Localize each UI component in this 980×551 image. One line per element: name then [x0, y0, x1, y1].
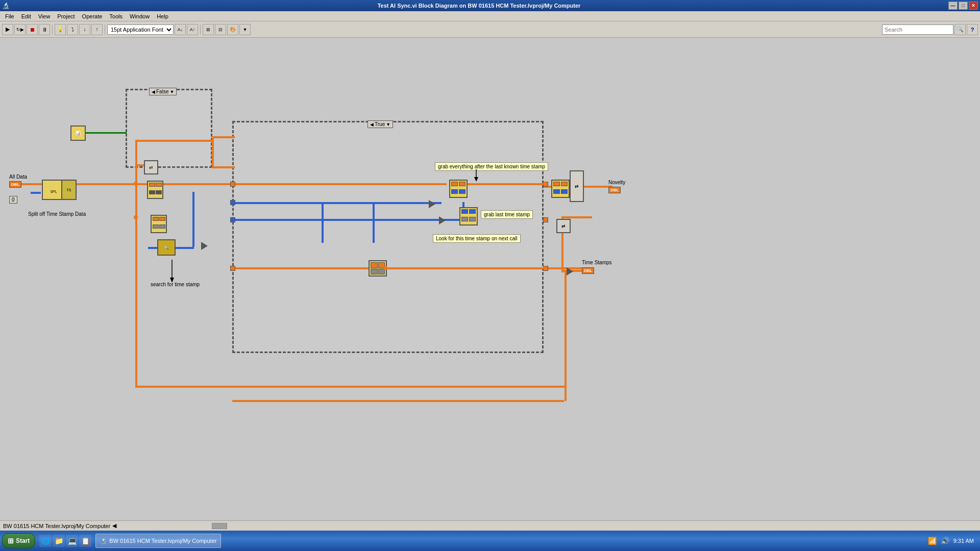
novelty-output-node[interactable]	[551, 180, 570, 198]
tunnel-right-case-2	[543, 217, 548, 222]
minimize-button[interactable]: —	[948, 2, 958, 10]
start-button[interactable]: ⊞ Start	[2, 533, 35, 548]
menu-view[interactable]: View	[35, 12, 54, 20]
wire-blue-inner-h	[235, 202, 322, 204]
play-arrow-3	[439, 216, 446, 224]
junction-1	[134, 182, 138, 186]
tunnel-left-case	[230, 182, 235, 187]
grab-everything-label: grab everything after the last known tim…	[435, 162, 548, 171]
wire-outer-top	[135, 140, 212, 142]
step-into-button[interactable]: ↓	[79, 24, 90, 35]
wire-outer-right-h2	[212, 166, 235, 168]
true-selector[interactable]: ◀ True ▼	[368, 120, 393, 128]
junction-3	[543, 182, 547, 186]
wire-topicon-h	[86, 132, 127, 134]
wire-outer-loop-bottom-v2	[565, 354, 567, 401]
junction-5	[543, 266, 547, 270]
timestamp-dbl-indicator: DBL	[582, 267, 594, 274]
wire-orange-v1	[135, 140, 137, 186]
font-selector[interactable]: 15pt Application Font	[107, 24, 174, 35]
wire-blue-inner-h3	[373, 202, 424, 204]
toolbar-sep-2	[105, 24, 105, 35]
true-selector-arrow-left[interactable]: ◀	[370, 122, 374, 127]
grab-last-node[interactable]	[459, 207, 478, 226]
quicklaunch-app[interactable]: 📋	[79, 535, 91, 547]
selector-value: False	[156, 89, 168, 94]
outer-case-structure	[126, 89, 212, 168]
false-selector[interactable]: ◀ False ▼	[149, 88, 177, 95]
zero-constant: 0	[9, 196, 17, 204]
menu-operate[interactable]: Operate	[79, 12, 106, 20]
quicklaunch-ie[interactable]: 🌐	[39, 535, 52, 547]
wire-orange-h4	[232, 183, 447, 185]
novelty-label: Novelty	[608, 180, 625, 185]
wire-ts-h2	[383, 267, 546, 269]
search-button[interactable]: 🔍	[954, 24, 966, 35]
start-label: Start	[16, 537, 30, 544]
wire-outer-right-v	[212, 136, 214, 167]
font-size-up[interactable]: A↑	[187, 24, 198, 35]
pause-button[interactable]: ⏸	[39, 24, 50, 35]
wire-ts-h-right2	[561, 216, 592, 218]
distribute-button[interactable]: ⊟	[215, 24, 226, 35]
color-button[interactable]: 🎨	[227, 24, 238, 35]
app-icon: 🔬	[2, 2, 10, 9]
status-scrollbar[interactable]	[212, 523, 227, 529]
tunnel-left-case-2	[230, 200, 235, 205]
cluster-node-1[interactable]	[147, 181, 163, 199]
close-button[interactable]: ✕	[969, 2, 978, 10]
true-selector-arrow-right[interactable]: ▼	[386, 122, 390, 127]
volume-icon: 🔊	[941, 537, 949, 545]
novelty-dbl-indicator: DBL	[608, 187, 621, 193]
wire-outer-right-h	[212, 136, 235, 138]
junction-4	[383, 266, 387, 270]
font-size-down[interactable]: A↓	[175, 24, 186, 35]
play-arrow-1	[201, 242, 208, 250]
menu-file[interactable]: File	[2, 12, 17, 20]
run-continuously-button[interactable]: ↻▶	[14, 24, 26, 35]
grab-everything-node[interactable]	[449, 180, 468, 198]
abort-button[interactable]: ⏹	[27, 24, 38, 35]
title-bar-controls: — □ ✕	[948, 2, 978, 10]
task-label: BW 01615 HCM Tester.lvproj/My Computer	[109, 538, 216, 544]
help-button[interactable]: ?	[967, 24, 978, 35]
cluster-node-2[interactable]	[151, 215, 167, 233]
junction-2	[134, 215, 138, 219]
highlight-button[interactable]: 💡	[55, 24, 66, 35]
align-button[interactable]: ⊞	[203, 24, 214, 35]
wire-outer-loop-bottom	[135, 386, 567, 388]
menu-help[interactable]: Help	[154, 12, 172, 20]
step-out-button[interactable]: ↑	[91, 24, 103, 35]
menu-project[interactable]: Project	[54, 12, 78, 20]
small-icon-topleft[interactable]: 📊	[70, 126, 86, 141]
svg-marker-1	[170, 278, 174, 283]
quicklaunch-explorer[interactable]: 💻	[66, 535, 78, 547]
quicklaunch-folder[interactable]: 📁	[53, 535, 65, 547]
menu-edit[interactable]: Edit	[18, 12, 34, 20]
menu-tools[interactable]: Tools	[106, 12, 126, 20]
menu-window[interactable]: Window	[127, 12, 153, 20]
more-button[interactable]: ▼	[239, 24, 251, 35]
split-timestamp-label: Split off Time Stamp Data	[28, 211, 86, 217]
maximize-button[interactable]: □	[959, 2, 968, 10]
canvas-area[interactable]: ◀ False ▼ ◀ True ▼ ⇄	[0, 38, 980, 541]
tunnel-left-case-4	[230, 266, 235, 271]
true-selector-value: True	[375, 121, 385, 127]
selector-arrow-left[interactable]: ◀	[152, 89, 155, 94]
search-array-node[interactable]: 🔍	[157, 239, 176, 256]
run-button[interactable]: ▶	[2, 24, 13, 35]
selector-arrow-right[interactable]: ▼	[169, 89, 174, 94]
all-data-label: All Data	[9, 174, 27, 180]
wire-blue-inner-v2	[373, 202, 375, 243]
step-over-button[interactable]: ⤵	[67, 24, 78, 35]
taskbar-active-item[interactable]: 🔬 BW 01615 HCM Tester.lvproj/My Computer	[95, 534, 221, 548]
windows-logo: ⊞	[8, 537, 14, 545]
wire-blue-inner-v1	[322, 202, 324, 243]
toolbar-sep-3	[200, 24, 201, 35]
search-input[interactable]	[882, 24, 953, 35]
search-arrow	[166, 260, 179, 283]
wire-shift-reg-box: ⇄	[144, 160, 158, 174]
wire-orange-v3	[135, 183, 137, 387]
toolbar-search: 🔍 ?	[882, 24, 978, 35]
status-text: BW 01615 HCM Tester.lvproj/My Computer	[3, 523, 110, 529]
